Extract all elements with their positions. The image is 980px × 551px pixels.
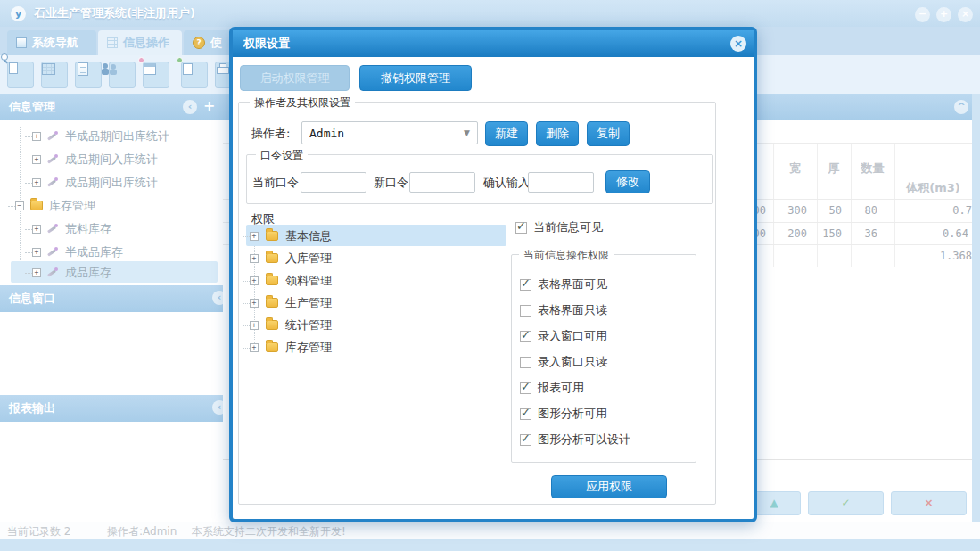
tree-item-label: 库存管理 bbox=[49, 198, 95, 214]
perm-tree-item-inventory[interactable]: + 库存管理 bbox=[250, 336, 332, 358]
expand-icon[interactable]: + bbox=[250, 299, 259, 308]
tree-item-product-in-stats[interactable]: + 成品期间入库统计 bbox=[32, 148, 158, 170]
checkbox-grid-visible[interactable]: ✓ 表格界面可见 bbox=[520, 276, 607, 292]
folder-icon bbox=[266, 320, 278, 330]
expand-icon[interactable]: + bbox=[32, 268, 41, 277]
expand-icon[interactable]: + bbox=[250, 254, 259, 263]
data-table-button[interactable] bbox=[41, 62, 68, 88]
grid-icon bbox=[107, 37, 118, 48]
checkbox-current-info-visible[interactable]: ✓ 当前信息可见 bbox=[515, 219, 603, 235]
checkbox-box[interactable]: ✓ bbox=[520, 357, 531, 368]
tree-item-product-out-stats[interactable]: + 成品期间出库统计 bbox=[32, 171, 158, 193]
tab-info-operation[interactable]: 信息操作 bbox=[98, 30, 182, 55]
checkbox-box[interactable]: ✓ bbox=[515, 222, 527, 234]
tree-item-label: 基本信息 bbox=[285, 228, 332, 244]
permissions-dialog: 权限设置 × 启动权限管理 撤销权限管理 操作者及其权限设置 操作者: Admi… bbox=[229, 27, 757, 522]
folder-icon bbox=[266, 276, 278, 285]
operator-status-label: 操作者:Admin bbox=[107, 522, 177, 540]
operators-button[interactable] bbox=[109, 62, 136, 88]
tree-item-raw-inventory[interactable]: + 荒料库存 bbox=[32, 218, 111, 240]
form-window-button[interactable] bbox=[143, 62, 169, 88]
checkbox-grid-readonly[interactable]: ✓ 表格界面只读 bbox=[520, 302, 607, 318]
minimize-button[interactable]: − bbox=[915, 7, 930, 22]
checkbox-chart-design[interactable]: ✓ 图形分析可以设计 bbox=[520, 432, 630, 448]
window-close-button[interactable]: × bbox=[958, 7, 973, 22]
enable-permission-button[interactable]: 启动权限管理 bbox=[240, 65, 350, 91]
modify-password-button[interactable]: 修改 bbox=[605, 170, 650, 193]
expand-icon[interactable]: + bbox=[250, 343, 259, 352]
sidebar-panel-info-window[interactable]: 信息窗口 ‹ bbox=[0, 285, 223, 312]
table-cell: 50 bbox=[817, 199, 847, 222]
confirm-button[interactable]: ✓ bbox=[808, 491, 884, 515]
checkbox-box[interactable]: ✓ bbox=[520, 305, 531, 317]
table-cell: 36 bbox=[851, 222, 883, 245]
collapse-up-icon[interactable]: ^ bbox=[954, 100, 968, 114]
tree-item-semi-inventory[interactable]: + 半成品库存 bbox=[32, 241, 123, 263]
expand-icon[interactable]: + bbox=[250, 232, 259, 241]
perm-tree-item-basic-info[interactable]: + 基本信息 bbox=[250, 225, 332, 247]
dialog-close-icon[interactable]: × bbox=[730, 36, 746, 52]
checkbox-chart-enabled[interactable]: ✓ 图形分析可用 bbox=[520, 406, 607, 422]
tab-system-nav[interactable]: 系统导航 bbox=[7, 30, 96, 55]
title-bar: y 石业生产管理系统(非注册用户) − + × bbox=[0, 0, 980, 27]
copy-operator-button[interactable]: 复制 bbox=[587, 121, 630, 146]
checkbox-label: 图形分析可用 bbox=[538, 406, 607, 422]
expand-icon[interactable]: + bbox=[32, 178, 41, 187]
expand-icon[interactable]: + bbox=[250, 321, 259, 330]
dialog-title-bar[interactable]: 权限设置 bbox=[233, 30, 754, 57]
tree-item-label: 统计管理 bbox=[285, 317, 332, 333]
expand-icon[interactable]: + bbox=[32, 155, 41, 164]
collapse-left-icon[interactable]: ‹ bbox=[212, 400, 223, 415]
support-message-label: 本系统支持二次开发和全新开发! bbox=[192, 522, 346, 540]
checkbox-box[interactable]: ✓ bbox=[520, 279, 531, 291]
tree-item-label: 领料管理 bbox=[285, 273, 332, 289]
check-icon: ✓ bbox=[841, 497, 850, 509]
delete-operator-button[interactable]: 删除 bbox=[536, 121, 579, 146]
expand-icon[interactable]: + bbox=[32, 248, 41, 257]
help-coin-icon: ? bbox=[193, 37, 205, 49]
checkbox-box[interactable]: ✓ bbox=[520, 331, 531, 342]
document-button[interactable] bbox=[75, 62, 102, 88]
folder-icon bbox=[266, 253, 278, 263]
checkbox-box[interactable]: ✓ bbox=[520, 408, 531, 420]
expand-icon[interactable]: + bbox=[250, 276, 259, 285]
cancel-button[interactable]: × bbox=[891, 491, 967, 515]
operator-select[interactable]: Admin ▼ bbox=[301, 121, 478, 144]
revoke-permission-button[interactable]: 撤销权限管理 bbox=[359, 65, 472, 91]
checkbox-label: 表格界面只读 bbox=[538, 302, 607, 318]
new-operator-button[interactable]: 新建 bbox=[485, 121, 528, 146]
collapse-icon[interactable]: − bbox=[15, 201, 24, 210]
checkbox-box[interactable]: ✓ bbox=[520, 434, 531, 446]
perm-tree-item-material[interactable]: + 领料管理 bbox=[250, 269, 332, 292]
tree-item-inventory-management[interactable]: − 库存管理 bbox=[15, 194, 95, 217]
app-logo-icon: y bbox=[11, 6, 26, 21]
add-icon[interactable]: + bbox=[203, 97, 215, 114]
confirm-password-field[interactable] bbox=[528, 172, 594, 193]
checkbox-entry-enabled[interactable]: ✓ 录入窗口可用 bbox=[520, 328, 607, 344]
apply-permissions-button[interactable]: 应用权限 bbox=[551, 475, 667, 498]
sidebar-panel-report-output[interactable]: 报表输出 ‹ bbox=[0, 395, 223, 422]
tree-item-semi-out-stats[interactable]: + 半成品期间出库统计 bbox=[32, 125, 169, 147]
new-password-field[interactable] bbox=[409, 172, 475, 193]
permissions-tree: + 基本信息 + 入库管理 + 领料管理 + 生产管理 bbox=[246, 224, 506, 375]
table-cell: 300 bbox=[773, 199, 812, 222]
tree-item-product-inventory[interactable]: + 成品库存 bbox=[32, 261, 111, 284]
expand-icon[interactable]: + bbox=[32, 132, 41, 141]
checkbox-report-enabled[interactable]: ✓ 报表可用 bbox=[520, 380, 584, 396]
cross-icon: × bbox=[924, 497, 933, 509]
maximize-button[interactable]: + bbox=[936, 7, 951, 22]
triangle-up-icon: ▲ bbox=[770, 497, 778, 509]
current-password-field[interactable] bbox=[301, 172, 366, 193]
checkbox-entry-readonly[interactable]: ✓ 录入窗口只读 bbox=[520, 354, 607, 370]
tab-label: 系统导航 bbox=[32, 35, 78, 51]
perm-tree-item-statistics[interactable]: + 统计管理 bbox=[250, 314, 332, 336]
checkbox-box[interactable]: ✓ bbox=[520, 382, 531, 394]
collapse-left-icon[interactable]: ‹ bbox=[183, 100, 197, 114]
column-header-thickness: 厚 bbox=[817, 160, 851, 177]
collapse-left-icon[interactable]: ‹ bbox=[212, 291, 223, 305]
perm-tree-item-production[interactable]: + 生产管理 bbox=[250, 292, 332, 314]
export-button[interactable] bbox=[181, 62, 208, 88]
perm-tree-item-inbound[interactable]: + 入库管理 bbox=[250, 247, 332, 269]
expand-icon[interactable]: + bbox=[32, 225, 41, 234]
search-preview-button[interactable] bbox=[7, 62, 34, 88]
